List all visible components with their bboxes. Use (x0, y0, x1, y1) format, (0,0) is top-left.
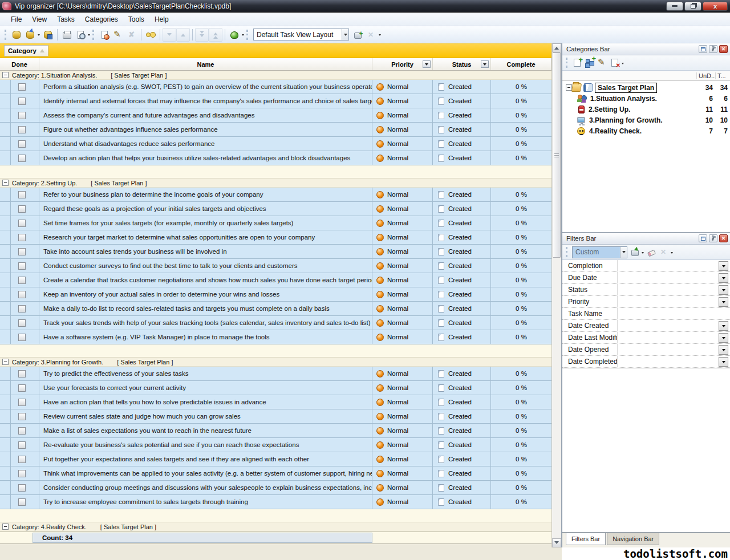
tree-item[interactable]: 1.Situation Analysis.66 (562, 93, 730, 104)
scrollbar-track[interactable] (552, 258, 561, 538)
task-done-checkbox[interactable] (18, 291, 26, 298)
scroll-down-button[interactable] (552, 538, 561, 547)
delete-task-button[interactable] (125, 28, 139, 42)
collapse-icon[interactable] (2, 180, 9, 186)
menu-tasks[interactable]: Tasks (52, 14, 80, 25)
filter-dropdown-button[interactable] (719, 297, 728, 307)
restore-button[interactable] (684, 2, 701, 11)
task-done-checkbox[interactable] (18, 205, 26, 213)
highlighter-dropdown-icon[interactable] (242, 34, 244, 37)
task-row[interactable]: Make a daily to-do list to record sales-… (0, 302, 551, 316)
open-database-dropdown-icon[interactable] (38, 34, 40, 37)
task-row[interactable]: Conduct customer surveys to find out the… (0, 259, 551, 273)
task-done-checkbox[interactable] (18, 484, 26, 492)
category-group-row[interactable]: Category: 2.Setting Up.[ Sales Target Pl… (0, 178, 551, 188)
categories-close-button[interactable] (719, 45, 728, 53)
filter-dropdown-button[interactable] (719, 357, 728, 367)
filters-pin-button[interactable] (709, 234, 717, 242)
tab-filters-bar[interactable]: Filters Bar (566, 533, 606, 545)
task-row[interactable]: Refer to your business plan to determine… (0, 188, 551, 202)
task-row[interactable]: Perform a situation analysis (e.g. SWOT,… (0, 80, 551, 94)
save-database-button[interactable] (41, 28, 55, 42)
save-filter-dropdown-icon[interactable] (642, 252, 644, 255)
move-up-button[interactable] (176, 28, 190, 42)
task-done-checkbox[interactable] (18, 319, 26, 327)
tree-item[interactable]: 2.Setting Up.1111 (562, 104, 730, 115)
overflow-dropdown-icon[interactable] (671, 252, 673, 255)
task-row[interactable]: Try to predict the effectiveness of your… (0, 367, 551, 381)
task-row[interactable]: Research your target market to determine… (0, 230, 551, 245)
new-database-button[interactable] (10, 28, 23, 42)
filter-combo[interactable]: Custom (572, 246, 627, 258)
tree-item[interactable]: Sales Target Plan3434 (562, 82, 730, 93)
menu-help[interactable]: Help (149, 14, 174, 25)
task-row[interactable]: Make a list of sales expectations you wa… (0, 424, 551, 438)
task-done-checkbox[interactable] (18, 191, 26, 198)
filter-value[interactable] (618, 296, 719, 307)
task-done-checkbox[interactable] (18, 399, 26, 406)
print-preview-dropdown-icon[interactable] (88, 34, 90, 37)
undone-column-header[interactable]: UnD... (696, 72, 715, 79)
vertical-scrollbar[interactable] (551, 43, 561, 547)
column-filter-button[interactable] (481, 60, 489, 68)
column-filter-button[interactable] (423, 60, 431, 68)
filter-value[interactable] (618, 272, 719, 283)
task-done-checkbox[interactable] (18, 370, 26, 378)
move-down-button[interactable] (163, 28, 176, 42)
filter-dropdown-button[interactable] (719, 345, 728, 355)
task-done-checkbox[interactable] (18, 441, 26, 449)
delete-category-dropdown-icon[interactable] (622, 63, 624, 66)
combo-dropdown-icon[interactable] (620, 247, 627, 258)
print-button[interactable] (60, 28, 74, 42)
filters-float-button[interactable] (699, 234, 707, 242)
category-group-row[interactable]: Category: 1.Situation Analysis.[ Sales T… (0, 71, 551, 80)
task-done-checkbox[interactable] (18, 470, 26, 477)
task-row[interactable]: Re-evaluate your business's sales potent… (0, 438, 551, 452)
task-done-checkbox[interactable] (18, 140, 26, 148)
delete-layout-button[interactable] (364, 28, 378, 42)
task-row[interactable]: Use your forecasts to correct your curre… (0, 381, 551, 395)
column-header-priority[interactable]: Priority (372, 58, 433, 70)
task-done-checkbox[interactable] (18, 98, 26, 105)
filter-dropdown-button[interactable] (719, 333, 728, 343)
filter-dropdown-button[interactable] (719, 285, 728, 295)
collapse-icon[interactable] (2, 524, 9, 530)
task-row[interactable]: Consider conducting group meetings and d… (0, 481, 551, 495)
filters-close-button[interactable] (719, 234, 728, 242)
task-row[interactable]: Have an action plan that tells you how t… (0, 395, 551, 409)
delete-category-button[interactable] (609, 56, 621, 69)
task-row[interactable]: Think what improvements can be applied t… (0, 466, 551, 481)
task-row[interactable]: Identify internal and external forces th… (0, 94, 551, 108)
apply-layout-button[interactable] (351, 28, 364, 42)
task-done-checkbox[interactable] (18, 234, 26, 241)
task-done-checkbox[interactable] (18, 456, 26, 463)
task-row[interactable]: Keep an inventory of your actual sales i… (0, 287, 551, 302)
filter-dropdown-button[interactable] (719, 321, 728, 331)
column-header-complete[interactable]: Complete (491, 58, 551, 70)
scrollbar-thumb[interactable] (553, 52, 561, 258)
task-done-checkbox[interactable] (18, 262, 26, 270)
task-done-checkbox[interactable] (18, 277, 26, 284)
task-row[interactable]: Regard these goals as a projection of yo… (0, 202, 551, 216)
add-category-button[interactable] (571, 56, 583, 69)
menu-file[interactable]: File (6, 14, 27, 25)
task-done-checkbox[interactable] (18, 427, 26, 435)
filter-value[interactable] (618, 356, 719, 367)
menu-view[interactable]: View (27, 14, 52, 25)
task-row[interactable]: Track your sales trends with help of you… (0, 316, 551, 330)
task-row[interactable]: Take into account sales trends your busi… (0, 245, 551, 259)
new-task-button[interactable] (98, 28, 111, 42)
task-row[interactable]: Review current sales state and judge how… (0, 409, 551, 424)
find-tasks-button[interactable] (144, 28, 157, 42)
column-header-done[interactable]: Done (0, 58, 39, 70)
task-row[interactable]: Understand what disadvantages reduce sal… (0, 137, 551, 151)
task-done-checkbox[interactable] (18, 384, 26, 392)
categories-pin-button[interactable] (709, 45, 717, 53)
close-button[interactable]: x (703, 2, 728, 11)
filter-dropdown-button[interactable] (719, 261, 728, 271)
task-row[interactable]: Try to increase employee commitment to s… (0, 495, 551, 509)
task-done-checkbox[interactable] (18, 305, 26, 313)
highlighter-button[interactable] (228, 28, 241, 42)
task-done-checkbox[interactable] (18, 498, 26, 506)
task-done-checkbox[interactable] (18, 334, 26, 341)
